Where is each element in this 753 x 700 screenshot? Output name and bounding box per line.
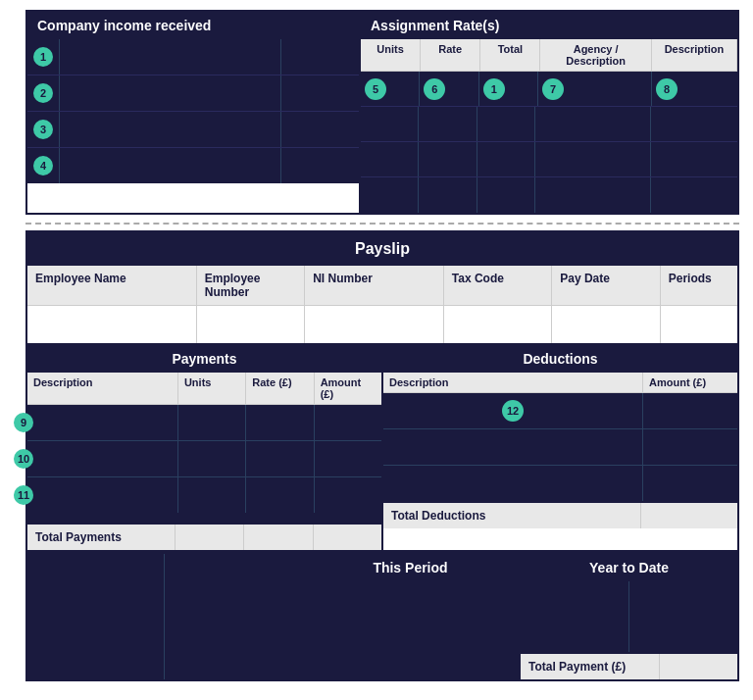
payments-title: Payments xyxy=(27,345,381,373)
ar-r4-c5 xyxy=(651,177,737,213)
payment-row9-desc xyxy=(27,405,178,440)
deduction-row-empty2-amount xyxy=(643,466,737,501)
ar-r3-c4 xyxy=(535,142,651,176)
this-period-title: This Period xyxy=(302,554,519,581)
this-period-body xyxy=(302,581,519,679)
ytd-col1 xyxy=(521,581,629,652)
total-payments-rate xyxy=(244,525,313,550)
payslip-title: Payslip xyxy=(27,232,737,266)
period-left-col1 xyxy=(27,554,165,679)
payment-row9-rate xyxy=(246,405,314,440)
deductions-amount-header: Amount (£) xyxy=(643,373,737,392)
ar-r4-c3 xyxy=(477,177,535,213)
ar-r3-c5 xyxy=(651,142,737,176)
ni-number-header: NI Number xyxy=(305,266,444,305)
ar-r3-c3 xyxy=(477,142,535,176)
payment-row11-units xyxy=(178,477,246,513)
deduction-row12-desc: 12 xyxy=(383,393,643,428)
payment-row10-amount xyxy=(315,441,381,476)
total-deductions-label: Total Deductions xyxy=(383,503,641,528)
ar-badge-1b: 1 xyxy=(483,78,505,100)
ar-r2-c2 xyxy=(419,107,477,141)
payment-row10-rate xyxy=(246,441,314,476)
section-divider xyxy=(25,223,739,225)
total-payment-value xyxy=(660,654,737,679)
assignment-title: Assignment Rate(s) xyxy=(361,12,737,39)
total-payments-amount xyxy=(314,525,381,550)
ci-row2-col1 xyxy=(59,75,280,111)
ytd-title: Year to Date xyxy=(521,554,737,581)
payment-row11-rate xyxy=(246,477,314,513)
payment-row9-amount xyxy=(315,405,381,440)
row-badge-2: 2 xyxy=(33,83,53,103)
employee-name-header: Employee Name xyxy=(27,266,197,305)
pay-date-header: Pay Date xyxy=(552,266,660,305)
payment-row9-units xyxy=(178,405,246,440)
tax-code-header: Tax Code xyxy=(444,266,552,305)
ar-r2-c3 xyxy=(477,107,535,141)
ar-badge-7: 7 xyxy=(542,78,564,100)
ci-row4-col1 xyxy=(59,148,280,183)
ar-r2-c4 xyxy=(535,107,651,141)
total-payments-label: Total Payments xyxy=(27,525,176,550)
deduction-row-empty1 xyxy=(383,429,643,465)
ar-r2-c5 xyxy=(651,107,737,141)
ar-col-total: Total xyxy=(480,39,540,71)
ar-r3-c1 xyxy=(361,142,419,176)
pay-date-value xyxy=(552,306,660,343)
ar-badge-6: 6 xyxy=(424,78,445,100)
ar-badge-8: 8 xyxy=(656,78,678,100)
payment-row11-amount xyxy=(315,477,381,513)
periods-value xyxy=(661,306,737,343)
company-income-title: Company income received xyxy=(27,12,359,39)
ar-col-units: Units xyxy=(361,39,421,71)
payment-row11-desc xyxy=(27,477,178,513)
total-deductions-amount xyxy=(641,503,737,528)
payment-row-badge-10: 10 xyxy=(14,449,33,469)
ci-row4-col2 xyxy=(280,148,359,183)
ar-col-rate: Rate xyxy=(421,39,480,71)
ci-row3-col1 xyxy=(59,112,280,147)
payments-amount-header: Amount (£) xyxy=(315,373,381,404)
ci-row1-col2 xyxy=(280,39,359,75)
ar-col-description: Description xyxy=(652,39,737,71)
deduction-row12-amount xyxy=(643,393,737,428)
ar-r3-c2 xyxy=(419,142,477,176)
ci-row2-col2 xyxy=(280,75,359,111)
deductions-title: Deductions xyxy=(383,345,737,373)
employee-name-value xyxy=(27,306,197,343)
tax-code-value xyxy=(444,306,552,343)
payment-row-badge-9: 9 xyxy=(14,413,33,432)
deduction-row-empty2 xyxy=(383,466,643,501)
payments-rate-header: Rate (£) xyxy=(246,373,314,404)
row-badge-1: 1 xyxy=(33,47,53,67)
ytd-col2 xyxy=(629,581,737,652)
payment-row-badge-11: 11 xyxy=(14,485,33,505)
employee-number-value xyxy=(197,306,305,343)
ar-badge-5: 5 xyxy=(365,78,386,100)
payments-units-header: Units xyxy=(178,373,246,404)
ar-r2-c1 xyxy=(361,107,419,141)
ci-row3-col2 xyxy=(280,112,359,147)
deduction-row-empty1-amount xyxy=(643,429,737,465)
period-left-col2 xyxy=(165,554,301,679)
deduction-row-badge-12: 12 xyxy=(502,400,524,422)
row-badge-3: 3 xyxy=(33,120,53,139)
payments-desc-header: Description xyxy=(27,373,178,404)
payment-row10-units xyxy=(178,441,246,476)
ar-r4-c2 xyxy=(419,177,477,213)
deductions-desc-header: Description xyxy=(383,373,643,392)
row-badge-4: 4 xyxy=(33,156,53,175)
total-payment-label: Total Payment (£) xyxy=(521,654,660,679)
periods-header: Periods xyxy=(661,266,737,305)
ci-row1-col1 xyxy=(59,39,280,75)
ar-r4-c1 xyxy=(361,177,419,213)
ni-number-value xyxy=(305,306,444,343)
ar-r4-c4 xyxy=(535,177,651,213)
total-payments-units xyxy=(176,525,244,550)
payment-row10-desc xyxy=(27,441,178,476)
ar-col-agency: Agency / Description xyxy=(540,39,651,71)
employee-number-header: Employee Number xyxy=(197,266,305,305)
